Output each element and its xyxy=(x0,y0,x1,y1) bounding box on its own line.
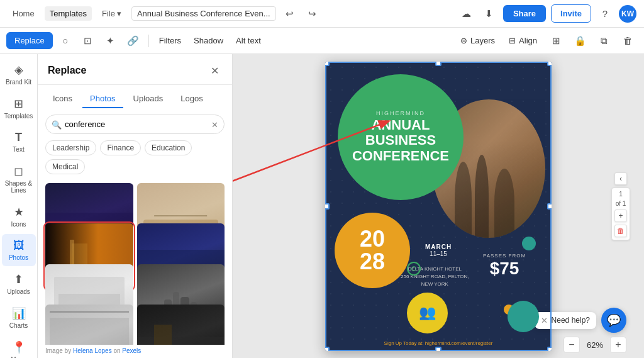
poster-date-range: 11–15 xyxy=(430,250,447,257)
avatar[interactable]: KW xyxy=(619,5,636,23)
shadow-button[interactable]: Shadow xyxy=(189,33,228,48)
sidebar-item-uploads[interactable]: ⬆ Uploads xyxy=(2,267,36,300)
toolbar: Replace ○ ⊡ ✦ 🔗 Filters Shadow Alt text … xyxy=(0,28,644,54)
tab-logos[interactable]: Logos xyxy=(173,90,210,108)
layers-button[interactable]: ⊜ Layers xyxy=(455,33,500,48)
layout-icon[interactable]: ⊞ xyxy=(546,31,566,51)
photo-grid xyxy=(38,179,232,345)
sidebar-label-brand-kit: Brand Kit xyxy=(6,79,31,86)
main-area: ◈ Brand Kit ⊞ Templates T Text ◻ Shapes … xyxy=(0,54,644,358)
poster-container: HIGHERMIND ANNUAL BUSINESS CONFERENCE 20… xyxy=(325,62,552,351)
replace-title: Replace xyxy=(48,65,86,76)
img-credit-prefix: Image by xyxy=(45,347,73,354)
icons-icon: ★ xyxy=(14,205,24,219)
replace-header: Replace ✕ xyxy=(38,54,232,85)
poster-green-circle: HIGHERMIND ANNUAL BUSINESS CONFERENCE xyxy=(338,74,464,200)
home-tab[interactable]: Home xyxy=(8,6,40,21)
need-help-label: Need help? xyxy=(552,316,590,325)
close-button[interactable]: ✕ xyxy=(207,63,222,78)
sidebar-item-photos[interactable]: 🖼 Photos xyxy=(2,234,36,266)
image-footer: Image by Helena Lopes on Pexels xyxy=(38,345,232,358)
sidebar-item-charts[interactable]: 📊 Charts xyxy=(2,301,36,334)
top-bar: Home Templates File ▾ Annual Business Co… xyxy=(0,0,644,28)
undo-button[interactable]: ↩ xyxy=(281,5,299,23)
page-group: 1 of 1 + 🗑 xyxy=(611,187,630,240)
file-menu[interactable]: File ▾ xyxy=(97,6,126,21)
document-title[interactable]: Annual Business Conference Even... xyxy=(131,6,276,21)
filter-medical[interactable]: Medical xyxy=(45,159,85,174)
poster-teal-circle-lg xyxy=(508,301,539,332)
poster-title: ANNUAL BUSINESS CONFERENCE xyxy=(352,118,449,164)
need-help-popup: ✕ Need help? xyxy=(535,312,596,329)
footer-url: highermind.com/event/register xyxy=(425,340,493,346)
share-button[interactable]: Share xyxy=(503,5,546,22)
target-inner xyxy=(411,266,416,271)
replace-panel: Replace ✕ Icons Photos Uploads Logos 🔍 ✕… xyxy=(38,54,233,358)
sidebar-label-icons: Icons xyxy=(11,221,26,228)
filters-button[interactable]: Filters xyxy=(154,33,186,48)
poster-year-top: 20 xyxy=(360,228,385,250)
align-button[interactable]: ⊟ Align xyxy=(504,33,542,48)
add-page-button[interactable]: + xyxy=(614,210,627,222)
align-label: Align xyxy=(519,36,537,45)
poster-year-bottom: 28 xyxy=(360,250,385,273)
effect-icon[interactable]: ✦ xyxy=(101,31,121,51)
search-icon: 🔍 xyxy=(52,120,62,129)
photos-icon: 🖼 xyxy=(13,239,25,252)
replace-button[interactable]: Replace xyxy=(6,32,53,49)
tab-uploads[interactable]: Uploads xyxy=(126,90,171,108)
sidebar-item-brand-kit[interactable]: ◈ Brand Kit xyxy=(2,58,36,91)
canvas-area: HIGHERMIND ANNUAL BUSINESS CONFERENCE 20… xyxy=(233,54,644,358)
redo-button[interactable]: ↪ xyxy=(304,5,321,23)
close-help-button[interactable]: ✕ xyxy=(541,316,548,325)
zoom-value: 62% xyxy=(584,340,606,350)
sidebar-label-charts: Charts xyxy=(9,322,28,329)
help-bubble: ✕ Need help? 💬 xyxy=(535,308,626,333)
charts-icon: 📊 xyxy=(12,306,26,320)
sidebar-item-text[interactable]: T Text xyxy=(2,126,36,158)
filter-leadership[interactable]: Leadership xyxy=(45,140,96,155)
filter-education[interactable]: Education xyxy=(145,140,192,155)
copy-icon[interactable]: ⧉ xyxy=(594,31,614,51)
link-icon[interactable]: 🔗 xyxy=(123,31,143,51)
remove-page-button[interactable]: 🗑 xyxy=(614,225,627,237)
filter-tags: Leadership Finance Education Medical xyxy=(38,140,232,179)
sidebar-item-icons[interactable]: ★ Icons xyxy=(2,200,36,233)
templates-tab[interactable]: Templates xyxy=(45,6,92,21)
zoom-out-button[interactable]: − xyxy=(564,337,580,353)
alt-text-button[interactable]: Alt text xyxy=(231,33,266,48)
text-icon: T xyxy=(15,131,22,144)
sidebar-item-templates[interactable]: ⊞ Templates xyxy=(2,92,36,125)
poster-passes-label: PASSES FROM xyxy=(483,253,526,259)
sidebar-label-text: Text xyxy=(13,146,24,153)
download-icon[interactable]: ⬇ xyxy=(480,5,498,23)
tab-photos[interactable]: Photos xyxy=(82,90,123,108)
tab-icons[interactable]: Icons xyxy=(45,90,80,108)
help-icon[interactable]: ? xyxy=(596,5,614,23)
layers-label: Layers xyxy=(470,36,495,45)
sidebar-label-uploads: Uploads xyxy=(7,288,30,295)
layers-icon: ⊜ xyxy=(460,36,467,45)
lock-icon[interactable]: 🔒 xyxy=(570,31,590,51)
photo-item[interactable] xyxy=(45,305,133,345)
chat-button[interactable]: 💬 xyxy=(601,308,626,333)
img-credit-name[interactable]: Helena Lopes xyxy=(73,347,112,354)
filter-finance[interactable]: Finance xyxy=(100,140,141,155)
img-credit-source[interactable]: Pexels xyxy=(122,347,141,354)
cloud-icon[interactable]: ☁ xyxy=(458,5,475,23)
circle-icon[interactable]: ○ xyxy=(55,31,75,51)
replace-tabs: Icons Photos Uploads Logos xyxy=(38,85,232,108)
brand-kit-icon: ◈ xyxy=(14,63,23,77)
search-input[interactable] xyxy=(45,115,225,134)
invite-button[interactable]: Invite xyxy=(551,4,591,23)
photo-item[interactable] xyxy=(137,305,225,345)
sidebar-item-shapes[interactable]: ◻ Shapes & Lines xyxy=(2,159,36,199)
poster-price-value: $75 xyxy=(490,259,519,279)
poster[interactable]: HIGHERMIND ANNUAL BUSINESS CONFERENCE 20… xyxy=(325,62,552,351)
delete-icon[interactable]: 🗑 xyxy=(618,31,638,51)
collapse-button[interactable]: ‹ xyxy=(614,172,627,185)
crop-icon[interactable]: ⊡ xyxy=(78,31,98,51)
zoom-in-button[interactable]: + xyxy=(610,337,626,353)
sidebar-item-maps[interactable]: 📍 Maps xyxy=(2,335,36,358)
search-clear-button[interactable]: ✕ xyxy=(211,120,218,129)
